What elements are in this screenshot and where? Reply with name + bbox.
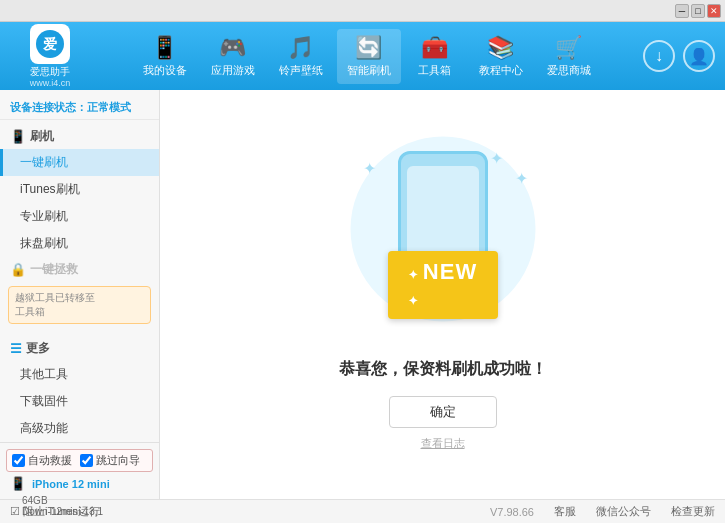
status-bar: 设备连接状态：正常模式 bbox=[0, 96, 159, 120]
new-banner: NEW bbox=[388, 251, 498, 319]
nav-toolbox-label: 工具箱 bbox=[418, 63, 451, 78]
nav-store[interactable]: 🛒 爱思商城 bbox=[537, 29, 601, 84]
sidebar-one-click-flash[interactable]: 一键刷机 bbox=[0, 149, 159, 176]
svg-text:爱: 爱 bbox=[43, 36, 57, 52]
logo-title: 爱思助手 bbox=[30, 66, 70, 78]
download-button[interactable]: ↓ bbox=[643, 40, 675, 72]
rescue-section-title: 一键拯救 bbox=[30, 261, 78, 278]
sparkle-3: ✦ bbox=[515, 169, 528, 188]
rescue-section-icon: 🔒 bbox=[10, 262, 26, 277]
auto-rescue-checkbox[interactable]: 自动救援 bbox=[12, 453, 72, 468]
sidebar-advanced[interactable]: 高级功能 bbox=[0, 415, 159, 442]
tutorial-icon: 📚 bbox=[487, 35, 514, 61]
toolbox-icon: 🧰 bbox=[421, 35, 448, 61]
app-game-icon: 🎮 bbox=[219, 35, 246, 61]
header: 爱 爱思助手 www.i4.cn 📱 我的设备 🎮 应用游戏 🎵 铃声壁纸 🔄 … bbox=[0, 22, 725, 90]
device-phone-icon: 📱 bbox=[10, 476, 26, 491]
sparkle-1: ✦ bbox=[363, 159, 376, 178]
one-click-flash-label: 一键刷机 bbox=[20, 155, 68, 169]
confirm-button[interactable]: 确定 bbox=[389, 396, 497, 428]
minimize-button[interactable]: ─ bbox=[675, 4, 689, 18]
user-button[interactable]: 👤 bbox=[683, 40, 715, 72]
footer-customer-service[interactable]: 客服 bbox=[554, 504, 576, 519]
sidebar: 设备连接状态：正常模式 📱 刷机 一键刷机 iTunes刷机 专业刷机 抹盘刷机… bbox=[0, 90, 160, 499]
logo-icon: 爱 bbox=[30, 24, 70, 64]
nav-right: ↓ 👤 bbox=[643, 40, 715, 72]
ringtone-icon: 🎵 bbox=[287, 35, 314, 61]
nav-smart-flash-label: 智能刷机 bbox=[347, 63, 391, 78]
illustration: ✦ ✦ ✦ NEW bbox=[333, 139, 553, 339]
sparkle-2: ✦ bbox=[490, 149, 503, 168]
nav-smart-flash[interactable]: 🔄 智能刷机 bbox=[337, 29, 401, 84]
device-info: 📱 iPhone 12 mini bbox=[6, 472, 153, 495]
pro-flash-label: 专业刷机 bbox=[20, 209, 68, 223]
nav-app-game-label: 应用游戏 bbox=[211, 63, 255, 78]
main: 设备连接状态：正常模式 📱 刷机 一键刷机 iTunes刷机 专业刷机 抹盘刷机… bbox=[0, 90, 725, 499]
itunes-flash-label: iTunes刷机 bbox=[20, 182, 80, 196]
smart-flash-icon: 🔄 bbox=[355, 35, 382, 61]
title-bar: ─ □ ✕ bbox=[0, 0, 725, 22]
status-value: 正常模式 bbox=[87, 101, 131, 113]
sidebar-itunes-flash[interactable]: iTunes刷机 bbox=[0, 176, 159, 203]
nav-store-label: 爱思商城 bbox=[547, 63, 591, 78]
success-message: 恭喜您，保资料刷机成功啦！ bbox=[339, 359, 547, 380]
section-more: ☰ 更多 bbox=[0, 336, 159, 361]
rescue-notice: 越狱工具已转移至工具箱 bbox=[8, 286, 151, 324]
stop-itunes-button[interactable]: ☑ 阻止iTunes运行 bbox=[10, 504, 100, 519]
footer-right: V7.98.66 客服 微信公众号 检查更新 bbox=[490, 504, 715, 519]
sidebar-pro-flash[interactable]: 专业刷机 bbox=[0, 203, 159, 230]
flash-section-icon: 📱 bbox=[10, 129, 26, 144]
footer-wechat-public[interactable]: 微信公众号 bbox=[596, 504, 651, 519]
device-icon: 📱 bbox=[151, 35, 178, 61]
nav-items: 📱 我的设备 🎮 应用游戏 🎵 铃声壁纸 🔄 智能刷机 🧰 工具箱 📚 教程中心… bbox=[90, 29, 643, 84]
logo-subtitle: www.i4.cn bbox=[30, 78, 71, 89]
skip-wizard-label: 跳过向导 bbox=[96, 453, 140, 468]
section-flash: 📱 刷机 bbox=[0, 124, 159, 149]
nav-ringtone-label: 铃声壁纸 bbox=[279, 63, 323, 78]
advanced-label: 高级功能 bbox=[20, 421, 68, 435]
section-rescue: 🔒 一键拯救 bbox=[0, 257, 159, 282]
nav-tutorial[interactable]: 📚 教程中心 bbox=[469, 29, 533, 84]
nav-toolbox[interactable]: 🧰 工具箱 bbox=[405, 29, 465, 84]
nav-my-device[interactable]: 📱 我的设备 bbox=[133, 29, 197, 84]
close-button[interactable]: ✕ bbox=[707, 4, 721, 18]
stop-itunes-label: 阻止iTunes运行 bbox=[23, 505, 100, 517]
logo: 爱 爱思助手 www.i4.cn bbox=[10, 24, 90, 89]
nav-tutorial-label: 教程中心 bbox=[479, 63, 523, 78]
more-section-icon: ☰ bbox=[10, 341, 22, 356]
other-tools-label: 其他工具 bbox=[20, 367, 68, 381]
skip-wizard-input[interactable] bbox=[80, 454, 93, 467]
footer-check-update[interactable]: 检查更新 bbox=[671, 504, 715, 519]
nav-app-game[interactable]: 🎮 应用游戏 bbox=[201, 29, 265, 84]
sidebar-download-firmware[interactable]: 下载固件 bbox=[0, 388, 159, 415]
sidebar-other-tools[interactable]: 其他工具 bbox=[0, 361, 159, 388]
nav-my-device-label: 我的设备 bbox=[143, 63, 187, 78]
device-name: iPhone 12 mini bbox=[32, 478, 110, 490]
content-area: ✦ ✦ ✦ NEW 恭喜您，保资料刷机成功啦！ 确定 查看日志 bbox=[160, 90, 725, 499]
status-label: 设备连接状态： bbox=[10, 101, 87, 113]
flash-section-title: 刷机 bbox=[30, 128, 54, 145]
stop-itunes-checkbox: ☑ bbox=[10, 505, 20, 517]
checkbox-row: 自动救援 跳过向导 bbox=[6, 449, 153, 472]
auto-rescue-input[interactable] bbox=[12, 454, 25, 467]
sub-link[interactable]: 查看日志 bbox=[421, 436, 465, 451]
auto-rescue-label: 自动救援 bbox=[28, 453, 72, 468]
footer-left: ☑ 阻止iTunes运行 bbox=[10, 504, 490, 519]
more-section-title: 更多 bbox=[26, 340, 50, 357]
skip-wizard-checkbox[interactable]: 跳过向导 bbox=[80, 453, 140, 468]
download-firmware-label: 下载固件 bbox=[20, 394, 68, 408]
footer-version: V7.98.66 bbox=[490, 506, 534, 518]
sidebar-wipe-flash[interactable]: 抹盘刷机 bbox=[0, 230, 159, 257]
rescue-notice-text: 越狱工具已转移至工具箱 bbox=[15, 292, 95, 317]
wipe-flash-label: 抹盘刷机 bbox=[20, 236, 68, 250]
store-icon: 🛒 bbox=[555, 35, 582, 61]
nav-ringtone[interactable]: 🎵 铃声壁纸 bbox=[269, 29, 333, 84]
maximize-button[interactable]: □ bbox=[691, 4, 705, 18]
